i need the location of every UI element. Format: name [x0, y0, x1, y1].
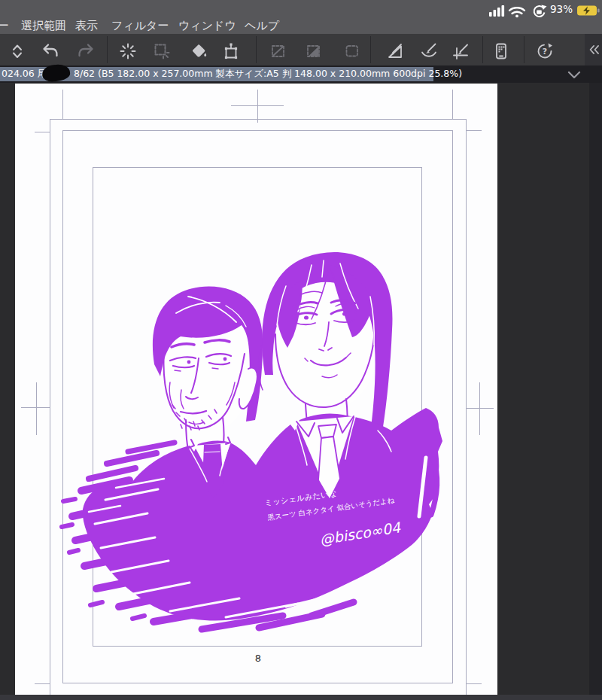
page-number: 8 — [248, 653, 268, 664]
menu-item-filter[interactable]: フィルター — [111, 19, 169, 34]
svg-text:?: ? — [543, 47, 547, 56]
snap-to-grid-icon[interactable] — [449, 40, 472, 62]
trim-mark — [467, 130, 482, 131]
battery-percent: 93% — [550, 3, 573, 15]
menu-item-selection[interactable]: 選択範囲 — [21, 19, 66, 34]
undo-icon[interactable] — [39, 40, 62, 62]
document-title-right: 8/62 (B5 182.00 x 257.00mm 製本サイズ:A5 判 14… — [74, 67, 462, 80]
drawing-frame — [93, 167, 422, 647]
register-mark — [479, 382, 480, 435]
register-mark — [467, 408, 494, 409]
help-icon[interactable]: ? — [534, 40, 556, 62]
trim-mark — [35, 132, 50, 132]
snap-to-special-ruler-icon[interactable] — [418, 40, 440, 62]
toolbar-separator — [370, 36, 371, 63]
trim-mark — [35, 683, 50, 684]
deselect-icon[interactable] — [117, 40, 139, 62]
command-bar: ? — [0, 34, 602, 65]
register-mark — [36, 382, 37, 435]
toolbar-separator — [524, 36, 524, 63]
fill-icon[interactable] — [187, 40, 210, 62]
register-mark — [21, 407, 50, 408]
menu-item-partial[interactable]: ー — [0, 19, 9, 34]
canvas-area[interactable]: 8 — [0, 83, 602, 700]
panel-edge — [585, 34, 602, 65]
status-icons — [489, 3, 548, 18]
trim-mark — [467, 683, 482, 684]
wifi-dot — [515, 14, 518, 17]
redo-icon[interactable] — [74, 40, 97, 62]
signal-bars-icon — [489, 5, 504, 17]
menu-item-help[interactable]: ヘルプ — [245, 19, 279, 34]
battery-charging-icon — [576, 3, 600, 18]
companion-mode-icon[interactable] — [490, 40, 512, 62]
wifi-icon — [509, 8, 524, 14]
toolbar-separator — [482, 36, 483, 63]
selection-launcher-icon[interactable] — [303, 40, 325, 62]
right-panel-edge — [589, 83, 602, 700]
title-dropdown-chevron-icon[interactable] — [566, 69, 582, 80]
collapse-panel-icon[interactable] — [586, 40, 602, 59]
top-bar: 93% ー 選択範囲 表示 フィルター ウィンドウ ヘルプ — [0, 0, 602, 34]
selection-rect-icon[interactable] — [341, 40, 363, 62]
toolbar-separator — [256, 36, 257, 63]
rotation-lock-icon — [534, 5, 547, 17]
document-title-bar[interactable]: 024.06 尾鯉 8/62 (B5 182.00 x 257.00mm 製本サ… — [0, 65, 602, 83]
menu-item-window[interactable]: ウィンドウ — [178, 19, 236, 34]
collapse-toolbar-icon[interactable] — [6, 40, 29, 62]
trim-mark — [62, 90, 63, 119]
center-mark — [231, 105, 284, 106]
bottom-edge — [0, 695, 602, 700]
invert-selection-icon[interactable] — [267, 40, 290, 62]
reselect-icon[interactable] — [150, 40, 173, 62]
clip-studio-window: 93% ー 選択範囲 表示 フィルター ウィンドウ ヘルプ — [0, 0, 602, 700]
transform-frame-icon[interactable] — [220, 40, 242, 62]
center-mark — [257, 90, 258, 123]
snap-to-ruler-icon[interactable] — [384, 40, 406, 62]
toolbar-separator — [107, 36, 108, 63]
trim-mark — [452, 90, 453, 119]
menu-item-view[interactable]: 表示 — [75, 19, 98, 34]
